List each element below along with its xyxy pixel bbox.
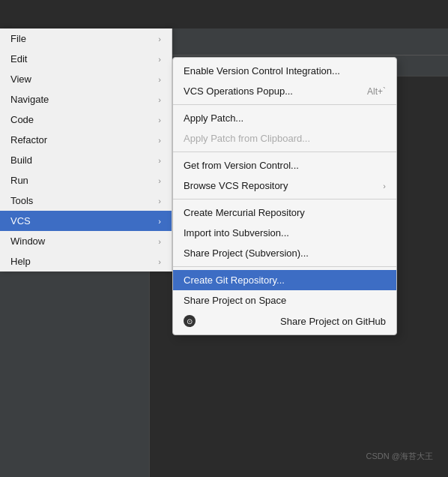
- submenu-label-vcs-popup: VCS Operations Popup...: [184, 86, 293, 97]
- menu-item-view[interactable]: View ›: [0, 69, 172, 89]
- submenu-label-share-github: Share Project on GitHub: [280, 316, 386, 327]
- menu-arrow-refactor: ›: [158, 136, 161, 145]
- menu-label-navigate: Navigate: [10, 94, 49, 105]
- menu-arrow-run: ›: [158, 176, 161, 185]
- menu-arrow-build: ›: [158, 156, 161, 165]
- menu-label-run: Run: [10, 175, 28, 186]
- menu-item-run[interactable]: Run ›: [0, 170, 172, 190]
- submenu-get-from-vcs[interactable]: Get from Version Control...: [173, 155, 396, 176]
- submenu-import-subversion[interactable]: Import into Subversion...: [173, 223, 396, 243]
- menu-item-edit[interactable]: Edit ›: [0, 49, 172, 69]
- menu-item-file[interactable]: File ›: [0, 28, 172, 49]
- submenu-label-import-subversion: Import into Subversion...: [184, 227, 289, 238]
- submenu-vcs-popup[interactable]: VCS Operations Popup... Alt+`: [173, 81, 396, 101]
- submenu-browse-vcs[interactable]: Browse VCS Repository ›: [173, 176, 396, 196]
- submenu-apply-patch[interactable]: Apply Patch...: [173, 108, 396, 128]
- vcs-submenu: Enable Version Control Integration... VC…: [172, 57, 397, 335]
- submenu-create-mercurial[interactable]: Create Mercurial Repository: [173, 202, 396, 223]
- menu-arrow-code: ›: [158, 116, 161, 124]
- submenu-share-subversion[interactable]: Share Project (Subversion)...: [173, 243, 396, 263]
- menu-item-vcs[interactable]: VCS ›: [0, 211, 172, 231]
- menu-label-view: View: [10, 74, 31, 85]
- submenu-sep-4: [173, 266, 396, 267]
- menu-arrow-view: ›: [158, 75, 161, 84]
- submenu-label-create-mercurial: Create Mercurial Repository: [184, 207, 305, 218]
- submenu-shortcut-vcs-popup: Alt+`: [367, 86, 386, 97]
- menu-item-window[interactable]: Window ›: [0, 231, 172, 251]
- menu-arrow-vcs: ›: [158, 217, 161, 226]
- watermark: CSDN @海苔大王: [366, 451, 433, 462]
- menu-label-code: Code: [10, 114, 34, 125]
- menu-arrow-help: ›: [158, 257, 161, 266]
- menu-arrow-tools: ›: [158, 196, 161, 206]
- menu-label-tools: Tools: [10, 195, 33, 206]
- menu-item-build[interactable]: Build ›: [0, 150, 172, 170]
- submenu-create-git[interactable]: Create Git Repository...: [173, 270, 396, 290]
- menu-item-help[interactable]: Help ›: [0, 251, 172, 272]
- menu-arrow-navigate: ›: [158, 95, 161, 104]
- submenu-enable-vcs[interactable]: Enable Version Control Integration...: [173, 61, 396, 81]
- submenu-arrow-browse-vcs: ›: [383, 182, 386, 190]
- menu-bar: File › Edit › View › Navigate › Code › R…: [0, 28, 172, 272]
- menu-arrow-window: ›: [158, 237, 161, 246]
- menu-label-refactor: Refactor: [10, 134, 47, 146]
- menu-label-vcs: VCS: [10, 215, 31, 226]
- submenu-label-enable-vcs: Enable Version Control Integration...: [184, 65, 340, 76]
- submenu-label-share-space: Share Project on Space: [184, 295, 286, 306]
- github-icon: ⊙: [184, 315, 196, 327]
- menu-arrow-file: ›: [158, 34, 161, 44]
- main-area: ← → 🔨 ▶ 🎯 cloud E:\workspace\springboot-…: [0, 28, 448, 477]
- submenu-label-get-from-vcs: Get from Version Control...: [184, 160, 299, 171]
- menu-label-file: File: [10, 33, 26, 44]
- submenu-label-apply-patch-clipboard: Apply Patch from Clipboard...: [184, 133, 310, 144]
- menu-label-help: Help: [10, 256, 31, 267]
- submenu-label-browse-vcs: Browse VCS Repository: [184, 180, 288, 191]
- submenu-apply-patch-clipboard: Apply Patch from Clipboard...: [173, 128, 396, 148]
- menu-label-edit: Edit: [10, 53, 27, 64]
- menu-item-tools[interactable]: Tools ›: [0, 190, 172, 211]
- menu-label-build: Build: [10, 154, 32, 166]
- menu-item-code[interactable]: Code ›: [0, 110, 172, 130]
- menu-item-refactor[interactable]: Refactor ›: [0, 130, 172, 150]
- menu-arrow-edit: ›: [158, 55, 161, 64]
- submenu-label-apply-patch: Apply Patch...: [184, 112, 243, 124]
- submenu-share-space[interactable]: Share Project on Space: [173, 290, 396, 310]
- submenu-label-create-git: Create Git Repository...: [184, 274, 285, 286]
- menu-label-window: Window: [10, 236, 45, 247]
- submenu-sep-2: [173, 152, 396, 152]
- submenu-share-github[interactable]: ⊙ Share Project on GitHub: [173, 310, 396, 332]
- submenu-sep-1: [173, 104, 396, 105]
- submenu-sep-3: [173, 199, 396, 200]
- menu-item-navigate[interactable]: Navigate ›: [0, 89, 172, 110]
- submenu-label-share-subversion: Share Project (Subversion)...: [184, 248, 309, 259]
